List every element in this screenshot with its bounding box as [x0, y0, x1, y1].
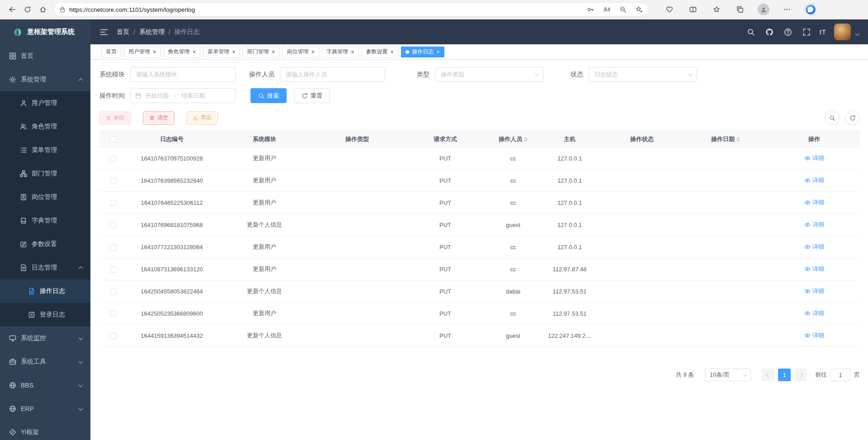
row-checkbox[interactable] [110, 333, 116, 339]
row-checkbox[interactable] [110, 244, 116, 251]
sidebar-item-loginlog[interactable]: 登录日志 [0, 303, 90, 326]
detail-link[interactable]: 详细 [804, 331, 824, 340]
sidebar-item-param-settings[interactable]: 参数设置 [0, 232, 90, 256]
sidebar-item-role-mgmt[interactable]: 角色管理 [0, 115, 90, 138]
page-size-select[interactable]: 10条/页 [705, 369, 751, 381]
close-icon[interactable]: × [391, 49, 394, 55]
export-button[interactable]: 导出 [186, 111, 218, 125]
sidebar-item-menu-mgmt[interactable]: 菜单管理 [0, 138, 90, 162]
detail-link[interactable]: 详细 [804, 154, 824, 162]
tab-post-mgmt[interactable]: 岗位管理× [282, 47, 319, 57]
detail-link[interactable]: 详细 [804, 243, 824, 251]
url-text[interactable]: https://ccnetcore.com:1101/system/log/op… [69, 6, 581, 13]
tab-dict-mgmt[interactable]: 字典管理× [322, 47, 359, 57]
more-options-icon[interactable] [780, 3, 794, 16]
refresh-table-button[interactable] [845, 110, 860, 125]
sidebar-item-dict-mgmt[interactable]: 字典管理 [0, 209, 90, 232]
tab-operlog[interactable]: 操作日志× [401, 47, 444, 57]
sidebar-item-bbs[interactable]: BBS [0, 374, 90, 397]
delete-button[interactable]: 删除 [99, 111, 131, 125]
toggle-search-button[interactable] [825, 110, 840, 125]
address-bar[interactable]: https://ccnetcore.com:1101/system/log/op… [53, 2, 649, 17]
close-icon[interactable]: × [193, 49, 196, 55]
sidebar-item-log-mgmt[interactable]: 日志管理 [0, 256, 90, 279]
menu-fold-icon[interactable] [99, 27, 109, 38]
sort-icon[interactable] [736, 137, 740, 142]
reset-button[interactable]: 重置 [294, 88, 330, 103]
select-all-checkbox[interactable] [110, 136, 116, 142]
tab-param-settings[interactable]: 参数设置× [362, 47, 399, 57]
detail-link[interactable]: 详细 [804, 309, 824, 317]
sidebar-item-monitor[interactable]: 系统监控 [0, 326, 90, 350]
tab-dept-mgmt[interactable]: 部门管理× [243, 47, 280, 57]
tab-menu-mgmt[interactable]: 菜单管理× [203, 47, 240, 57]
next-page-button[interactable] [794, 369, 807, 381]
sort-icon[interactable] [524, 137, 528, 142]
browser-essentials-icon[interactable] [663, 3, 676, 16]
sidebar-item-tools[interactable]: 系统工具 [0, 350, 90, 374]
font-size-icon[interactable]: tT [820, 28, 826, 36]
breadcrumb-section[interactable]: 系统管理 [139, 28, 165, 36]
jump-page-input[interactable] [830, 369, 850, 381]
chevron-down-icon[interactable] [855, 31, 860, 36]
detail-link[interactable]: 详细 [804, 176, 824, 185]
type-select[interactable]: 操作类型 [435, 67, 543, 82]
sidebar-item-user-mgmt[interactable]: 用户管理 [0, 91, 90, 115]
favorites-icon[interactable] [710, 3, 723, 16]
tab-role-mgmt[interactable]: 角色管理× [164, 47, 201, 57]
fullscreen-icon[interactable] [801, 27, 812, 38]
detail-link[interactable]: 详细 [804, 199, 824, 207]
sidebar-item-operlog[interactable]: 操作日志 [0, 279, 90, 303]
close-icon[interactable]: × [272, 49, 275, 55]
favorite-add-icon[interactable] [632, 3, 646, 16]
search-icon[interactable] [745, 27, 756, 38]
close-icon[interactable]: × [311, 49, 315, 55]
sidebar-item-dept-mgmt[interactable]: 部门管理 [0, 162, 90, 185]
tab-user-mgmt[interactable]: 用户管理× [124, 47, 161, 57]
close-icon[interactable]: × [153, 49, 156, 55]
col-operator[interactable]: 操作人员 [488, 131, 538, 147]
collections-icon[interactable] [733, 3, 747, 16]
row-checkbox[interactable] [110, 222, 116, 228]
sidebar-item-home[interactable]: 首页 [0, 44, 90, 68]
home-button[interactable] [35, 2, 51, 17]
sidebar-item-post-mgmt[interactable]: 岗位管理 [0, 185, 90, 209]
close-icon[interactable]: × [436, 49, 440, 55]
tab-home[interactable]: 首页 [101, 47, 121, 57]
close-icon[interactable]: × [232, 49, 236, 55]
profile-icon[interactable] [757, 3, 770, 16]
operator-input[interactable] [280, 67, 385, 82]
page-number-1[interactable]: 1 [778, 369, 791, 381]
password-key-icon[interactable] [584, 3, 597, 16]
refresh-button[interactable] [20, 2, 35, 17]
sidebar-item-erp[interactable]: ERP [0, 397, 90, 421]
detail-link[interactable]: 详细 [804, 221, 824, 229]
row-checkbox[interactable] [110, 289, 116, 295]
read-aloud-icon[interactable] [600, 3, 613, 16]
status-select[interactable]: 日志状态 [589, 67, 697, 82]
clear-button[interactable]: 清空 [143, 111, 175, 125]
copilot-icon[interactable] [804, 3, 817, 16]
detail-link[interactable]: 详细 [804, 287, 824, 295]
row-checkbox[interactable] [110, 311, 116, 317]
breadcrumb-home[interactable]: 首页 [117, 28, 129, 36]
github-icon[interactable] [764, 27, 775, 38]
zoom-out-icon[interactable] [616, 3, 630, 16]
help-icon[interactable] [783, 27, 793, 38]
col-date[interactable]: 操作日期 [683, 131, 769, 147]
date-range-input[interactable]: 开始日期 - 结束日期 [130, 88, 236, 103]
close-icon[interactable]: × [351, 49, 354, 55]
back-button[interactable] [5, 2, 20, 17]
row-checkbox[interactable] [110, 156, 116, 162]
detail-link[interactable]: 详细 [804, 265, 824, 273]
module-input[interactable] [130, 67, 236, 82]
sidebar-item-yi-framework[interactable]: Yi框架 [0, 421, 90, 440]
prev-page-button[interactable] [762, 369, 774, 381]
row-checkbox[interactable] [110, 178, 116, 184]
row-checkbox[interactable] [110, 266, 116, 273]
search-button[interactable]: 搜索 [250, 88, 287, 103]
sidebar-item-system-mgmt[interactable]: 系统管理 [0, 68, 90, 91]
split-screen-icon[interactable] [686, 3, 700, 16]
row-checkbox[interactable] [110, 200, 116, 206]
user-avatar[interactable] [834, 24, 851, 40]
